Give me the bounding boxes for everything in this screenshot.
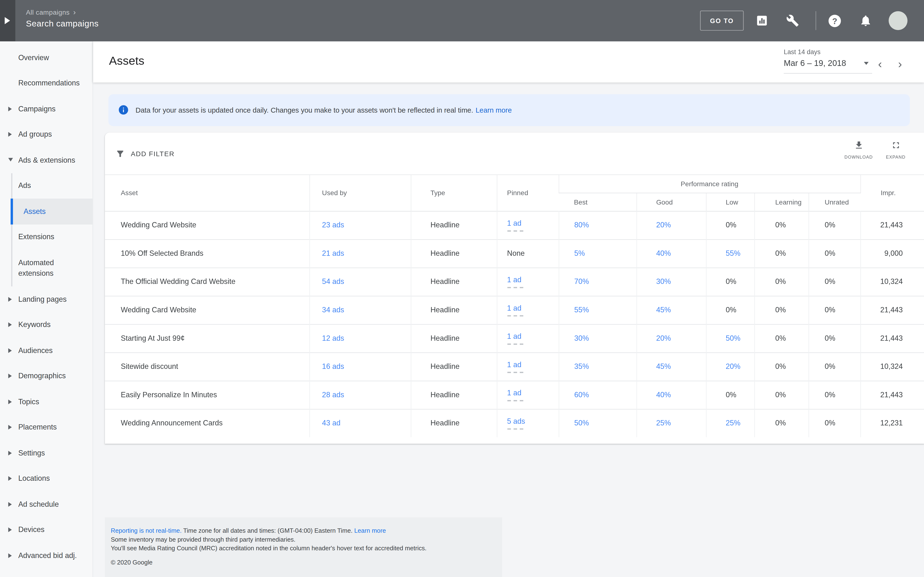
sidebar-item-settings[interactable]: Settings (0, 440, 92, 466)
used-by-link[interactable]: 43 ad (322, 419, 340, 427)
filter-funnel-icon (116, 149, 125, 159)
sidebar-item-assets[interactable]: Assets (11, 198, 93, 224)
column-header-low[interactable]: Low (706, 193, 754, 211)
footer-learn-more-link[interactable]: Learn more (354, 527, 386, 534)
good-percent[interactable]: 40% (656, 249, 671, 258)
prev-range-button[interactable]: ‹ (878, 58, 882, 69)
next-range-button[interactable]: › (898, 58, 902, 69)
column-header-type[interactable]: Type (411, 175, 497, 211)
unrated-cell: 0% (808, 296, 860, 324)
good-cell: 45% (636, 352, 706, 380)
sidebar-item-ads-extensions[interactable]: Ads & extensions (0, 147, 92, 173)
go-to-button[interactable]: GO TO (700, 11, 744, 31)
pinned-link[interactable]: 1 ad (507, 276, 522, 284)
column-header-pinned[interactable]: Pinned (497, 175, 559, 211)
table-row: Starting At Just 99¢ 12 ads Headline 1 a… (105, 324, 924, 353)
best-percent[interactable]: 60% (575, 391, 589, 399)
column-header-best[interactable]: Best (559, 193, 636, 211)
learning-percent: 0% (775, 249, 786, 258)
pinned-link[interactable]: 1 ad (507, 361, 522, 369)
used-by-link[interactable]: 12 ads (322, 334, 344, 342)
column-header-used-by[interactable]: Used by (309, 175, 411, 211)
best-percent[interactable]: 50% (575, 419, 589, 427)
expand-button[interactable]: EXPAND (881, 140, 911, 160)
used-by-link[interactable]: 21 ads (322, 249, 344, 258)
used-by-link[interactable]: 16 ads (322, 363, 344, 371)
low-percent[interactable]: 50% (726, 334, 740, 342)
best-percent[interactable]: 55% (575, 306, 589, 314)
used-by-link[interactable]: 54 ads (322, 277, 344, 285)
good-percent[interactable]: 45% (656, 306, 671, 314)
chevron-right-icon (8, 348, 12, 353)
date-range-picker[interactable]: Last 14 days Mar 6 – 19, 2018 (784, 48, 878, 74)
sidebar-item-audiences[interactable]: Audiences (0, 338, 92, 363)
used-by-link[interactable]: 23 ads (322, 221, 344, 229)
pinned-link[interactable]: 1 ad (507, 219, 522, 227)
used-by-link[interactable]: 28 ads (322, 391, 344, 399)
pinned-cell: 1 ad (497, 211, 559, 239)
sidebar-item-devices[interactable]: Devices (0, 517, 92, 543)
best-percent[interactable]: 30% (575, 334, 589, 342)
sidebar-item-placements[interactable]: Placements (0, 414, 92, 440)
sidebar-item-ad-groups[interactable]: Ad groups (0, 122, 92, 148)
breadcrumb-all-campaigns[interactable]: All campaigns (26, 9, 70, 16)
good-percent[interactable]: 40% (656, 391, 671, 399)
download-button[interactable]: DOWNLOAD (843, 140, 874, 160)
nav-collapse-strip[interactable] (0, 0, 15, 41)
sidebar-item-ad-schedule[interactable]: Ad schedule (0, 492, 92, 517)
low-cell: 0% (706, 380, 754, 409)
pinned-link[interactable]: 5 ads (507, 417, 525, 425)
pinned-dashes (507, 230, 523, 231)
pinned-dashes (507, 287, 523, 288)
sidebar-item-extensions[interactable]: Extensions (0, 224, 92, 250)
column-header-learning[interactable]: Learning (754, 193, 808, 211)
good-percent[interactable]: 20% (656, 334, 671, 342)
best-percent[interactable]: 35% (575, 363, 589, 371)
sidebar-item-ads[interactable]: Ads (0, 173, 92, 199)
reports-icon[interactable] (755, 14, 769, 27)
sidebar-item-advanced-bid-adj-[interactable]: Advanced bid adj. (0, 543, 92, 569)
pinned-link[interactable]: 1 ad (507, 332, 522, 340)
low-percent[interactable]: 25% (726, 419, 740, 427)
notifications-bell-icon[interactable] (859, 14, 872, 27)
sidebar-item-locations[interactable]: Locations (0, 466, 92, 492)
column-header-impressions[interactable]: Impr. (860, 175, 924, 211)
used-by-link[interactable]: 34 ads (322, 306, 344, 314)
chevron-right-icon (8, 476, 12, 481)
sidebar-item-overview[interactable]: Overview (0, 45, 92, 71)
sidebar-item-landing-pages[interactable]: Landing pages (0, 286, 92, 312)
banner-learn-more-link[interactable]: Learn more (475, 106, 512, 114)
sidebar-item-automated-extensions[interactable]: Automated extensions (0, 250, 92, 286)
good-percent[interactable]: 20% (656, 221, 671, 229)
column-header-asset[interactable]: Asset (105, 175, 309, 211)
sidebar-item-topics[interactable]: Topics (0, 389, 92, 414)
pinned-link[interactable]: 1 ad (507, 304, 522, 312)
date-range-value[interactable]: Mar 6 – 19, 2018 (784, 58, 872, 74)
pinned-cell: None (497, 239, 559, 268)
tools-wrench-icon[interactable] (786, 14, 799, 27)
help-icon[interactable]: ? (829, 15, 841, 27)
sidebar-item-recommendations[interactable]: Recommendations (0, 71, 92, 96)
good-percent[interactable]: 30% (656, 277, 671, 285)
pinned-link[interactable]: 1 ad (507, 388, 522, 397)
low-percent[interactable]: 55% (726, 249, 740, 258)
add-filter-button[interactable]: ADD FILTER (131, 150, 175, 157)
column-header-good[interactable]: Good (636, 193, 706, 211)
best-percent[interactable]: 70% (575, 277, 589, 285)
best-percent[interactable]: 5% (575, 249, 585, 258)
good-percent[interactable]: 25% (656, 419, 671, 427)
best-percent[interactable]: 80% (575, 221, 589, 229)
reporting-link[interactable]: Reporting is not real-time. (111, 527, 182, 534)
page-title: Assets (109, 54, 144, 68)
good-cell: 20% (636, 211, 706, 239)
sidebar-item-demographics[interactable]: Demographics (0, 363, 92, 389)
avatar[interactable] (889, 11, 907, 30)
good-percent[interactable]: 45% (656, 363, 671, 371)
low-percent[interactable]: 20% (726, 363, 740, 371)
sidebar-item-campaigns[interactable]: Campaigns (0, 96, 92, 122)
column-header-unrated[interactable]: Unrated (808, 193, 860, 211)
learning-percent: 0% (775, 277, 786, 285)
sidebar-item-keywords[interactable]: Keywords (0, 312, 92, 338)
used-by-cell: 34 ads (309, 296, 411, 324)
learning-cell: 0% (754, 268, 808, 296)
